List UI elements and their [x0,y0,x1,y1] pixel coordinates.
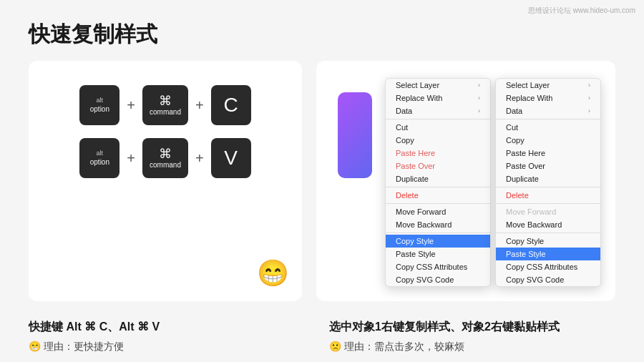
plus-4: + [195,150,204,167]
v-key: V [211,138,251,178]
plus-2: + [195,97,204,114]
watermark: 思维设计论坛 www.hideo-um.com [528,6,635,16]
right-desc-reason: 🙁 理由：需点击多次，较麻烦 [329,341,615,353]
key-row-copy: alt option + ⌘ command + C [79,85,250,125]
command-key-1: ⌘ command [142,85,188,125]
left-desc-title: 快捷键 Alt ⌘ C、Alt ⌘ V [29,320,315,335]
context-menu-2: Select Layer› Replace With› Data› Cut Co… [495,78,601,287]
plus-1: + [127,97,135,114]
option-key-2: alt option [79,138,119,178]
key-row-paste: alt option + ⌘ command + V [79,138,250,178]
plus-3: + [127,150,135,167]
purple-object [338,92,372,178]
right-desc-title: 选中对象1右键复制样式、对象2右键黏贴样式 [329,320,615,335]
left-desc-reason: 😁 理由：更快捷方便 [29,341,315,353]
command-key-2: ⌘ command [142,138,188,178]
option-key-1: alt option [79,85,119,125]
c-key: C [211,85,251,125]
left-emoji: 😁 [257,258,289,288]
right-card: Select Layer› Replace With› Data› Cut Co… [316,61,615,301]
context-menu-1: Select Layer› Replace With› Data› Cut Co… [385,78,491,287]
left-card: alt option + ⌘ command + C alt option + [29,61,302,301]
